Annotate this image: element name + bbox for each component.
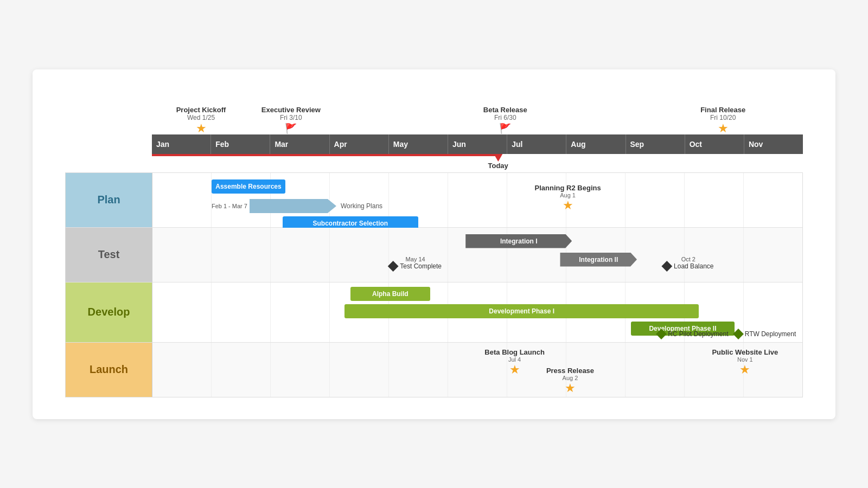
row-launch: Launch Beta Blog Launch Jul 4 ★ — [66, 343, 802, 397]
star-beta-blog: Beta Blog Launch Jul 4 ★ — [484, 348, 545, 377]
row-plan-label: Plan — [66, 173, 152, 227]
milestone-exec-review-flag: 🚩 — [285, 123, 297, 134]
diamond-test-complete: May 14 Test Complete — [389, 256, 442, 270]
month-may: May — [388, 134, 448, 154]
month-jun: Jun — [448, 134, 507, 154]
planning-r2-date: Aug 1 — [535, 192, 601, 198]
today-indicator-row: Today — [152, 154, 803, 172]
rc-pilot-diamond — [656, 329, 667, 339]
rtw-label: RTW Deployment — [745, 330, 796, 338]
milestone-kickoff-title: Project Kickoff — [176, 106, 226, 114]
milestones-row: Project Kickoff Wed 1/25 ★ Executive Rev… — [152, 91, 803, 134]
row-develop-content: Alpha Build Development Phase I Developm… — [152, 282, 802, 342]
rtw-diamond — [733, 329, 744, 339]
month-nov: Nov — [744, 134, 803, 154]
milestone-final-star: ★ — [718, 123, 729, 134]
milestone-exec-review-date: Fri 3/10 — [280, 114, 302, 121]
milestone-kickoff: Project Kickoff Wed 1/25 ★ — [176, 106, 226, 134]
working-plans-arrow — [328, 199, 336, 213]
month-feb: Feb — [210, 134, 270, 154]
row-test-content: Integration I Integration II May 14 Test… — [152, 228, 802, 282]
diamond-load-balance: Oct 2 Load Balance — [663, 256, 713, 270]
row-test-label: Test — [66, 228, 152, 282]
month-apr: Apr — [329, 134, 388, 154]
month-jul: Jul — [507, 134, 566, 154]
arrow-working-plans: Feb 1 - Mar 7 Working Plans — [212, 199, 382, 213]
star-press-release: Press Release Aug 2 ★ — [546, 367, 594, 395]
milestone-kickoff-date: Wed 1/25 — [187, 114, 215, 121]
milestone-final-date: Fri 10/20 — [710, 114, 736, 121]
milestone-final-release: Final Release Fri 10/20 ★ — [700, 106, 745, 134]
public-web-title: Public Website Live — [712, 348, 778, 356]
press-release-date: Aug 2 — [546, 375, 594, 381]
month-mar: Mar — [270, 134, 329, 154]
planning-r2-star-icon: ★ — [563, 198, 573, 212]
gantt-body: Plan Assemble Resources Feb 1 - M — [65, 172, 803, 397]
row-develop-label: Develop — [66, 282, 152, 342]
press-release-star-icon: ★ — [565, 381, 576, 395]
milestone-beta-title: Beta Release — [483, 106, 527, 114]
month-oct: Oct — [685, 134, 744, 154]
press-release-title: Press Release — [546, 367, 594, 375]
chart-container: Project Kickoff Wed 1/25 ★ Executive Rev… — [33, 69, 835, 419]
milestone-exec-review: Executive Review Fri 3/10 🚩 — [261, 106, 321, 134]
bar-integration1: Integration I — [465, 234, 572, 248]
row-develop: Develop Alpha Build Development Phase I — [66, 282, 802, 343]
today-label: Today — [488, 162, 508, 170]
milestone-kickoff-star: ★ — [196, 123, 207, 134]
working-plans-text: Working Plans — [341, 202, 382, 210]
row-launch-label: Launch — [66, 343, 152, 397]
star-public-web: Public Website Live Nov 1 ★ — [712, 348, 778, 377]
bar-alpha-build: Alpha Build — [350, 287, 430, 301]
rtw-deployment: RTW Deployment — [735, 330, 796, 338]
milestone-beta-date: Fri 6/30 — [494, 114, 516, 121]
load-balance-label: Load Balance — [674, 262, 713, 270]
beta-blog-star-icon: ★ — [509, 363, 520, 376]
beta-blog-date: Jul 4 — [484, 356, 545, 363]
row-plan: Plan Assemble Resources Feb 1 - M — [66, 173, 802, 228]
month-aug: Aug — [566, 134, 625, 154]
month-jan: Jan — [152, 134, 210, 154]
test-complete-diamond-icon — [387, 261, 398, 272]
test-complete-date: May 14 — [406, 256, 425, 262]
rc-pilot-label: RC Pilot Deployment — [668, 330, 728, 338]
planning-r2-title: Planning R2 Begins — [535, 184, 601, 192]
row-launch-content: Beta Blog Launch Jul 4 ★ Press Release A… — [152, 343, 802, 397]
today-triangle — [494, 154, 502, 162]
row-plan-content: Assemble Resources Feb 1 - Mar 7 Working… — [152, 173, 802, 227]
working-plans-label: Feb 1 - Mar 7 — [212, 203, 247, 209]
milestone-final-title: Final Release — [700, 106, 745, 114]
bar-dev-phase1: Development Phase I — [344, 304, 699, 318]
milestone-beta-release: Beta Release Fri 6/30 🚩 — [483, 106, 527, 134]
beta-blog-title: Beta Blog Launch — [484, 348, 545, 356]
milestone-beta-flag: 🚩 — [499, 123, 511, 134]
month-bar: Jan Feb Mar Apr May Jun Jul Aug Sep Oct … — [152, 134, 803, 154]
milestone-exec-review-title: Executive Review — [261, 106, 321, 114]
today-marker: Today — [488, 154, 508, 170]
bar-integration2: Integration II — [560, 253, 637, 267]
month-sep: Sep — [626, 134, 685, 154]
star-planning-r2: Planning R2 Begins Aug 1 ★ — [535, 184, 601, 213]
load-balance-date: Oct 2 — [681, 256, 695, 262]
rc-pilot-deployment: RC Pilot Deployment — [658, 330, 728, 338]
public-web-date: Nov 1 — [712, 356, 778, 363]
public-web-star-icon: ★ — [739, 363, 750, 376]
bar-assemble: Assemble Resources — [212, 179, 285, 194]
load-balance-diamond-icon — [661, 261, 672, 272]
launch-grid — [152, 343, 802, 397]
working-plans-bar — [250, 199, 328, 213]
progress-line — [152, 154, 498, 156]
test-complete-label: Test Complete — [400, 262, 442, 270]
row-test: Test Integration I Integration II — [66, 228, 802, 282]
